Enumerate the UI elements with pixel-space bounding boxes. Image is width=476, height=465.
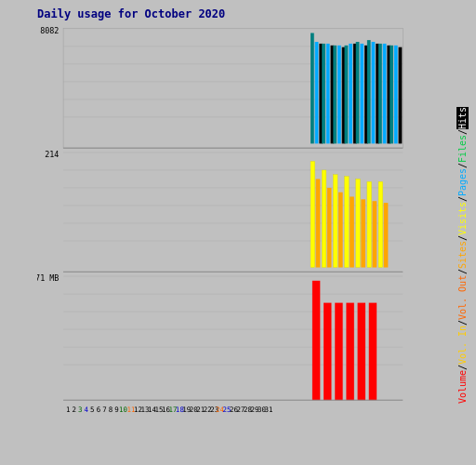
svg-rect-11 [315, 42, 319, 143]
svg-rect-31 [390, 46, 393, 144]
svg-rect-53 [361, 199, 365, 267]
svg-rect-28 [378, 44, 382, 143]
svg-rect-22 [356, 42, 360, 143]
chart-container: Daily usage for October 2020 Volume / Vo… [0, 0, 476, 465]
svg-rect-72 [358, 303, 365, 401]
svg-rect-55 [373, 201, 377, 267]
svg-text:1: 1 [66, 405, 71, 414]
main-svg: 8082 [37, 24, 420, 422]
svg-rect-73 [369, 303, 377, 401]
svg-rect-51 [350, 196, 354, 267]
legend-pages: Pages [457, 168, 468, 196]
svg-rect-50 [345, 177, 350, 268]
svg-text:5: 5 [90, 405, 95, 414]
svg-text:6: 6 [97, 405, 101, 414]
svg-rect-20 [349, 44, 352, 143]
svg-rect-69 [324, 303, 331, 401]
legend-files: Files [457, 135, 468, 163]
svg-rect-26 [372, 42, 376, 143]
legend-in: Vol. In [457, 326, 468, 365]
svg-rect-54 [367, 181, 372, 267]
svg-rect-71 [346, 303, 353, 401]
legend-vol: Volume [457, 370, 468, 404]
svg-text:31: 31 [264, 405, 272, 414]
svg-rect-13 [322, 44, 325, 143]
legend-out: Vol. Out [457, 274, 468, 319]
right-legend: Volume / Vol. In / Vol. Out / Sites / Vi… [456, 24, 469, 404]
svg-text:4: 4 [85, 405, 89, 414]
svg-text:8: 8 [109, 405, 113, 414]
svg-rect-14 [326, 44, 330, 143]
svg-rect-52 [356, 179, 361, 267]
svg-text:7: 7 [102, 405, 107, 414]
svg-text:80.71 MB: 80.71 MB [37, 273, 59, 283]
svg-rect-23 [360, 44, 364, 143]
svg-rect-45 [316, 179, 321, 267]
svg-rect-17 [337, 46, 341, 144]
svg-rect-48 [333, 175, 337, 268]
svg-rect-10 [311, 33, 314, 144]
svg-rect-46 [322, 170, 326, 268]
svg-text:214: 214 [45, 150, 59, 159]
svg-rect-49 [338, 193, 343, 268]
svg-rect-44 [311, 161, 315, 267]
chart-title: Daily usage for October 2020 [37, 7, 420, 20]
svg-rect-16 [333, 46, 337, 144]
svg-rect-57 [384, 203, 389, 267]
legend-sites: Sites [457, 241, 468, 269]
legend-visits: Visits [457, 202, 468, 235]
svg-rect-25 [367, 40, 371, 143]
svg-rect-19 [345, 46, 349, 144]
svg-rect-29 [383, 44, 387, 143]
svg-rect-32 [394, 46, 398, 144]
legend-hits: Hits [456, 107, 469, 129]
svg-rect-33 [399, 47, 403, 144]
svg-rect-56 [378, 181, 383, 267]
svg-text:8082: 8082 [40, 25, 59, 34]
svg-text:3: 3 [78, 405, 83, 414]
svg-rect-68 [312, 281, 320, 400]
svg-rect-47 [327, 188, 332, 268]
svg-text:2: 2 [72, 405, 76, 414]
svg-rect-70 [335, 303, 342, 401]
